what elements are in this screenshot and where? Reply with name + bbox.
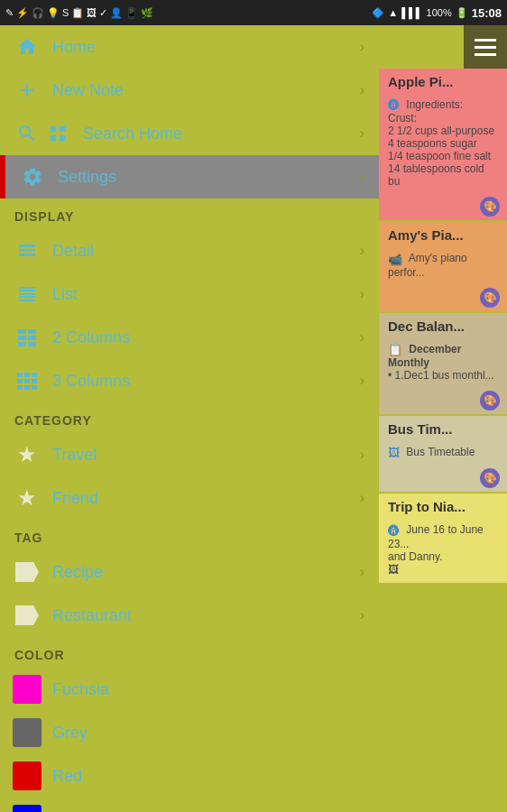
new-note-chevron: ›	[360, 82, 364, 98]
3col-icon	[14, 368, 40, 393]
sidebar-item-grey[interactable]: Grey	[0, 711, 379, 754]
friend-chevron: ›	[360, 490, 364, 506]
palette-btn-bus[interactable]: 🎨	[480, 468, 500, 488]
app4-icon: ✓	[99, 7, 107, 19]
recipe-label: Recipe	[52, 563, 103, 582]
sidebar-item-restaurant[interactable]: Restaurant ›	[0, 594, 379, 637]
settings-label: Settings	[58, 168, 116, 187]
list-icon-dec: 📋	[388, 343, 402, 356]
bus-timetable-footer: 🎨	[379, 466, 507, 492]
trip-niagara-header: Trip to Nia...	[379, 494, 507, 520]
svg-rect-26	[32, 385, 37, 390]
3col-chevron: ›	[360, 373, 364, 389]
grey-label: Grey	[52, 724, 88, 743]
sidebar-item-new-note[interactable]: New Note ›	[0, 69, 379, 112]
menu-line-2	[475, 46, 496, 49]
sidebar-item-friend[interactable]: ★ Friend ›	[0, 476, 379, 520]
status-icons-right: 🔷 ▲ ▌▌▌ 100% 🔋 15:08	[372, 6, 502, 20]
notes-container: Apple Pi... 🅐 Ingredients: Crust: 2 1/2 …	[379, 25, 507, 812]
svg-rect-25	[24, 385, 30, 390]
svg-rect-23	[32, 379, 37, 383]
sidebar-item-search[interactable]: Search Home ›	[0, 112, 379, 155]
sidebar-item-travel[interactable]: ★ Travel ›	[0, 433, 379, 476]
dec-balance-header: Dec Balan...	[379, 313, 507, 339]
text-icon-trip: 🅐	[388, 524, 400, 538]
sidebar-item-home[interactable]: Home ›	[0, 25, 379, 69]
list-icon	[14, 281, 40, 307]
svg-rect-16	[18, 342, 26, 346]
svg-rect-2	[51, 135, 56, 141]
sidebar-item-detail[interactable]: Detail ›	[0, 229, 379, 272]
app2-icon: 📋	[71, 7, 84, 19]
color-section-header: COLOR	[0, 637, 379, 668]
palette-btn-dec[interactable]: 🎨	[480, 391, 500, 411]
settings-chevron: ›	[360, 169, 364, 185]
note-card-apple-pie[interactable]: Apple Pi... 🅐 Ingredients: Crust: 2 1/2 …	[379, 69, 507, 220]
restaurant-label: Restaurant	[52, 606, 132, 625]
note-card-dec-balance[interactable]: Dec Balan... 📋 December Monthly • 1.Dec1…	[379, 313, 507, 414]
sidebar-item-settings[interactable]: Settings ›	[0, 155, 379, 198]
menu-line-3	[475, 53, 496, 56]
apple-pie-body: 🅐 Ingredients: Crust: 2 1/2 cups all-pur…	[379, 95, 507, 195]
bluetooth-icon: 🔷	[372, 7, 384, 19]
usb-icon: ⚡	[16, 7, 29, 19]
fuchsia-swatch	[14, 677, 40, 702]
search-icon	[14, 121, 40, 146]
main-layout: Home › New Note › Search Home ›	[0, 25, 507, 812]
sidebar-item-blue[interactable]: Blue	[0, 798, 379, 812]
trip-niagara-body: 🅐 June 16 to June 23... and Danny. 🖼	[379, 520, 507, 583]
sidebar-item-recipe[interactable]: Recipe ›	[0, 550, 379, 594]
headset-icon: 🎧	[32, 7, 44, 19]
friend-label: Friend	[52, 489, 98, 508]
sidebar-item-list[interactable]: List ›	[0, 272, 379, 316]
sidebar-item-2columns[interactable]: 2 Columns ›	[0, 316, 379, 359]
svg-rect-21	[17, 379, 23, 383]
blue-swatch	[14, 807, 40, 812]
app6-icon: 📱	[125, 7, 138, 19]
sidebar-item-fuchsia[interactable]: Fuchsia	[0, 668, 379, 711]
svg-rect-14	[18, 336, 26, 340]
app3-icon: 🖼	[87, 7, 97, 18]
text-icon-apple: 🅐	[388, 98, 400, 112]
right-panel: Apple Pi... 🅐 Ingredients: Crust: 2 1/2 …	[379, 25, 507, 812]
svg-rect-3	[60, 135, 65, 141]
svg-rect-22	[24, 379, 30, 383]
clock: 15:08	[472, 6, 502, 20]
bus-timetable-body: 🖼 Bus Timetable	[379, 442, 507, 466]
note-card-bus-timetable[interactable]: Bus Tim... 🖼 Bus Timetable 🎨	[379, 416, 507, 492]
image-icon-bus: 🖼	[388, 446, 400, 459]
home-chevron: ›	[360, 39, 364, 55]
red-swatch	[14, 763, 40, 789]
list-label: List	[52, 285, 78, 304]
svg-rect-10	[19, 296, 35, 298]
battery-text: 100%	[427, 7, 452, 18]
note-card-trip-niagara[interactable]: Trip to Nia... 🅐 June 16 to June 23... a…	[379, 494, 507, 583]
fuchsia-label: Fuchsia	[52, 680, 109, 699]
svg-rect-13	[28, 329, 36, 334]
amys-piano-header: Amy's Pia...	[379, 222, 507, 248]
svg-rect-9	[19, 293, 35, 295]
svg-rect-8	[19, 290, 35, 291]
svg-rect-12	[18, 329, 26, 334]
tag-section-header: TAG	[0, 520, 379, 550]
apple-pie-header: Apple Pi...	[379, 69, 507, 95]
svg-rect-18	[17, 373, 23, 377]
menu-button[interactable]	[464, 25, 507, 69]
detail-label: Detail	[52, 242, 94, 261]
palette-btn-apple[interactable]: 🎨	[480, 197, 500, 217]
red-label: Red	[52, 767, 82, 786]
status-bar: ✎ ⚡ 🎧 💡 S 📋 🖼 ✓ 👤 📱 🌿 🔷 ▲ ▌▌▌ 100% 🔋 15:…	[0, 0, 507, 25]
sidebar-item-3columns[interactable]: 3 Columns ›	[0, 359, 379, 402]
svg-rect-1	[60, 126, 65, 132]
palette-btn-amy[interactable]: 🎨	[480, 288, 500, 308]
bus-timetable-header: Bus Tim...	[379, 416, 507, 442]
recipe-chevron: ›	[360, 564, 364, 580]
tag-icon-recipe	[14, 559, 40, 585]
wifi-icon: ▲	[388, 7, 398, 18]
dec-balance-footer: 🎨	[379, 389, 507, 414]
note-card-amys-piano[interactable]: Amy's Pia... 📹 Amy's piano perfor... 🎨	[379, 222, 507, 310]
active-indicator	[0, 155, 5, 198]
2col-chevron: ›	[360, 329, 364, 346]
sidebar-item-red[interactable]: Red	[0, 754, 379, 798]
status-icons-left: ✎ ⚡ 🎧 💡 S 📋 🖼 ✓ 👤 📱 🌿	[5, 7, 153, 19]
